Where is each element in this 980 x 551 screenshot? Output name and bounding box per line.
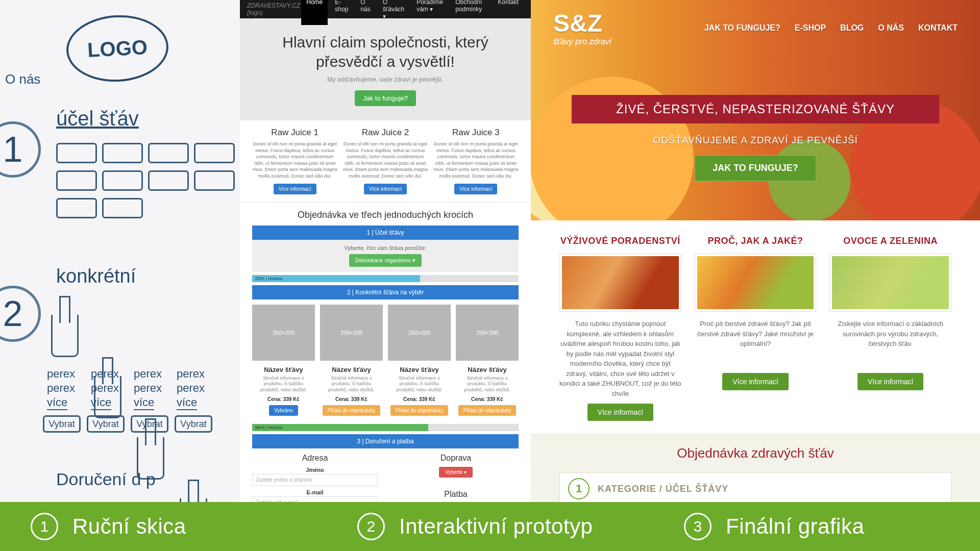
nav-juices[interactable]: O šťávách ▾: [378, 0, 410, 25]
order-title: Objednávka zdravých šťáv: [559, 445, 951, 461]
nav-eshop[interactable]: E-shop: [330, 0, 353, 25]
nav-how[interactable]: JAK TO FUNGUJE?: [704, 23, 780, 33]
order-step-head: 1 KATEGORIE / ÚČEL ŠŤÁVY: [559, 472, 951, 505]
sketch-vice: více: [47, 396, 67, 410]
placeholder-image: 250×200: [388, 305, 451, 361]
sketch-vice: více: [134, 396, 154, 410]
nav-about[interactable]: O NÁS: [878, 23, 904, 33]
col-more-button[interactable]: Více informací: [722, 373, 788, 390]
proto-juice-row: Raw Juice 1Donec id elit non mi porta gr…: [240, 120, 531, 202]
placeholder-image: 250×200: [456, 305, 519, 361]
juice-card: 250×200 Název šťávy Stručné informace o …: [456, 305, 519, 416]
juice-title: Raw Juice 2: [342, 128, 428, 138]
placeholder-image: 250×200: [252, 305, 315, 361]
nav-home[interactable]: Home: [301, 0, 328, 25]
card-desc: Stručné informace o produktu, či balíčku…: [320, 375, 383, 393]
step1-strip: Vyberte, čím vám šťáva pomůže: Detoxikac…: [252, 240, 519, 272]
card-name: Název šťávy: [252, 366, 315, 373]
card-price: Cena: 339 Kč: [320, 396, 383, 402]
card-name: Název šťávy: [320, 366, 383, 373]
step-number-icon: 1: [31, 513, 58, 540]
sketch-perex: perex: [134, 367, 162, 381]
card-add-button[interactable]: Přidat do objednávky: [458, 405, 516, 416]
card-name: Název šťávy: [388, 366, 451, 373]
sketch-num-2: 2: [0, 286, 41, 342]
shipping-select[interactable]: Vyberte ▾: [439, 467, 473, 478]
proto-hero-cta[interactable]: Jak to funguje?: [355, 90, 416, 106]
step1-bar: 1 | Účel šťávy: [252, 226, 519, 240]
sketch-num-1: 1: [0, 121, 41, 178]
col-desc: Získejte více informací o základních sur…: [829, 319, 951, 368]
juice-more-button[interactable]: Více informací: [364, 184, 407, 194]
final-three-cols: VÝŽIVOVÉ PORADENSTVÍ Tuto rubriku chystá…: [531, 220, 980, 433]
final-hero: S&Z šťávy pro zdraví JAK TO FUNGUJE? E-S…: [531, 0, 980, 220]
card-price: Cena: 339 Kč: [456, 396, 519, 402]
order-step-num: 1: [568, 478, 590, 499]
sketch-box: [148, 143, 189, 163]
nav-eshop[interactable]: E-SHOP: [795, 23, 826, 33]
sketch-vybrat: Vybrat: [175, 415, 212, 433]
card-desc: Stručné informace o produktu, či balíčku…: [388, 375, 451, 393]
sketch-box: [148, 170, 189, 191]
nav-blog[interactable]: BLOG: [840, 23, 864, 33]
card-desc: Stručné informace o produktu, či balíčku…: [252, 375, 315, 393]
col-more-button[interactable]: Více informací: [857, 373, 923, 390]
panel-prototype: ZDRAVESTAVY.CZ (logo) Home E-shop O nás …: [240, 0, 531, 502]
sketch-box: [102, 143, 143, 163]
card-add-button[interactable]: Přidat do objednávky: [390, 405, 448, 416]
label-email: E-mail: [252, 489, 378, 495]
sketch-box: [194, 170, 235, 191]
col-title: PROČ, JAK A JAKÉ?: [695, 236, 817, 246]
sketch-perex: perex: [134, 382, 162, 395]
card-price: Cena: 339 Kč: [388, 396, 451, 402]
panel-sketch: LOGO O nás 1 účel šťáv 2 konkrétní perex…: [0, 0, 240, 502]
card-select-button[interactable]: Vybráno: [269, 405, 298, 416]
sketch-vybrat: Vybrat: [43, 415, 81, 433]
hero-red-band: ŽIVÉ, ČERSTVÉ, NEPASTERIZOVANÉ ŠŤÁVY: [572, 95, 939, 123]
process-footer: 1 Ruční skica 2 Interaktivní prototyp 3 …: [0, 502, 980, 551]
sketch-box: [56, 170, 97, 191]
sketch-vybrat: Vybrat: [131, 415, 168, 433]
col-desc: Proč pít čerstvé zdravé šťávy? Jak pít č…: [695, 319, 817, 368]
step1-prompt: Vyberte, čím vám šťáva pomůže:: [257, 245, 513, 251]
step-label: Finální grafika: [726, 514, 864, 539]
proto-hero: Hlavní claim společnosti, který přesvědč…: [240, 18, 531, 120]
juice-desc: Donec id elit non mi porta gravida at eg…: [433, 141, 519, 180]
sketch-box: [194, 143, 235, 163]
step2-bar: 2 | Konkrétní šťáva na výběr: [252, 285, 519, 299]
shipping-title: Doprava: [393, 454, 519, 463]
juice-more-button[interactable]: Více informací: [274, 184, 316, 194]
sketch-box: [102, 198, 143, 218]
card-desc: Stručné informace o produktu, či balíčku…: [456, 375, 519, 393]
col-more-button[interactable]: Více informací: [587, 404, 653, 421]
nav-terms[interactable]: Obchodní podmínky: [450, 0, 491, 25]
panel-final: S&Z šťávy pro zdraví JAK TO FUNGUJE? E-S…: [531, 0, 980, 502]
sketch-vybrat: Vybrat: [87, 415, 125, 433]
step1-dropdown[interactable]: Detoxikace organismu ▾: [349, 254, 422, 267]
nav-advice[interactable]: Poradíme vám ▾: [411, 0, 448, 25]
input-name[interactable]: Zadejte jméno a příjmení: [252, 474, 378, 486]
nav-contact[interactable]: KONTAKT: [918, 23, 958, 33]
step3-bar: 3 | Doručení a platba: [252, 434, 519, 448]
sketch-perex: perex: [91, 367, 119, 381]
col-thumb: [829, 254, 951, 312]
logo-main: S&Z: [553, 9, 611, 37]
sketch-vice: více: [177, 396, 197, 410]
sketch-perex: perex: [47, 367, 75, 381]
col-thumb: [695, 254, 817, 312]
footer-step-3: 3 Finální grafika: [653, 502, 980, 551]
hero-sub: ODŠŤAVŇUJEME A ZDRAVÍ JE PEVNĚJŠÍ: [572, 135, 939, 146]
proto-claim: Hlavní claim společnosti, který přesvědč…: [250, 33, 521, 71]
nav-contact[interactable]: Kontakt: [493, 0, 524, 25]
sketch-logo: LOGO: [65, 13, 170, 84]
label-name: Jméno: [252, 467, 378, 473]
hero-cta-button[interactable]: JAK TO FUNGUJE?: [695, 155, 816, 181]
step-number-icon: 3: [684, 513, 712, 540]
card-add-button[interactable]: Přidat do objednávky: [323, 405, 380, 416]
proto-navbar: ZDRAVESTAVY.CZ (logo) Home E-shop O nás …: [240, 0, 531, 18]
juice-more-button[interactable]: Více informací: [454, 184, 497, 194]
juice-desc: Donec id elit non mi porta gravida at eg…: [342, 141, 428, 180]
nav-about[interactable]: O nás: [355, 0, 375, 25]
col-title: VÝŽIVOVÉ PORADENSTVÍ: [559, 236, 681, 246]
sketch-heading-1: účel šťáv: [56, 107, 139, 130]
